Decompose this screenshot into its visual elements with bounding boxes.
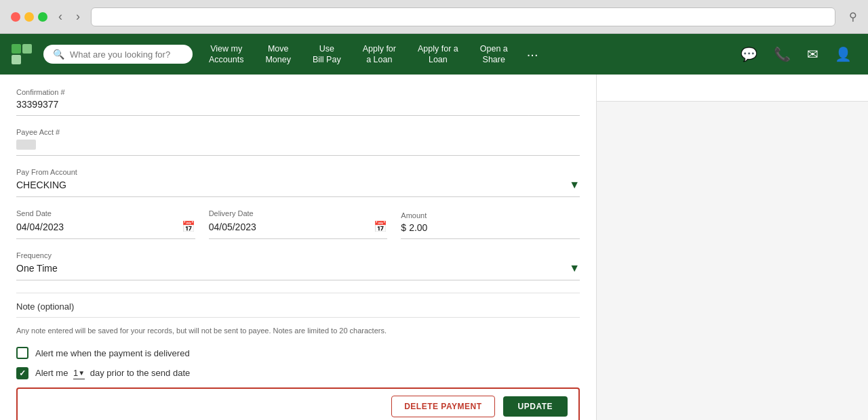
search-bar[interactable]: 🔍 [43,45,193,64]
traffic-light-green[interactable] [38,12,47,22]
nav-item-apply-loan[interactable]: Apply fora Loan [352,34,407,75]
nav-item-open-share[interactable]: Open aShare [469,34,519,75]
update-button[interactable]: UPDATE [503,396,568,417]
nav-items: View myAccounts MoveMoney UseBill Pay Ap… [198,34,735,75]
amount-value: 2.00 [409,222,427,233]
delivery-date-row: 04/05/2023 📅 [209,220,388,239]
nav-item-move-money[interactable]: MoveMoney [254,34,302,75]
payee-acct-blurred [16,140,36,150]
send-date-field: Send Date 04/04/2023 📅 [16,209,195,239]
pay-from-field[interactable]: Pay From Account CHECKING ▼ [16,168,580,197]
main-content: Confirmation # 33399377 Payee Acct # Pay… [0,75,868,420]
payee-acct-value [16,139,580,156]
email-icon[interactable]: ✉ [802,41,824,68]
payee-acct-field: Payee Acct # [16,128,580,156]
browser-chrome: ‹ › ⚲ [0,0,868,34]
frequency-label: Frequency [16,251,580,259]
nav-item-apply-loan2[interactable]: Apply for aLoan [407,34,469,75]
payee-acct-label: Payee Acct # [16,128,580,136]
delivery-date-label: Delivery Date [209,209,388,217]
note-section: Note (optional) Any note entered will be… [16,301,580,336]
svg-rect-1 [22,44,32,54]
traffic-light-red[interactable] [11,12,20,22]
reload-icon[interactable]: ⚲ [849,10,857,23]
phone-icon[interactable]: 📞 [768,41,796,68]
pay-from-label: Pay From Account [16,168,580,176]
back-button[interactable]: ‹ [56,7,65,26]
url-bar[interactable] [91,7,835,26]
note-divider [16,317,580,318]
frequency-select[interactable]: One Time ▼ [16,262,580,280]
pay-from-dropdown-arrow[interactable]: ▼ [569,179,580,191]
frequency-field[interactable]: Frequency One Time ▼ [16,251,580,280]
nav-item-bill-pay[interactable]: UseBill Pay [302,34,352,75]
alert2-checkbox-group[interactable]: Alert me 1 ▼ day prior to the send date [16,367,580,379]
svg-rect-0 [12,44,21,54]
svg-rect-2 [12,55,21,64]
top-navigation: 🔍 View myAccounts MoveMoney UseBill Pay … [0,34,868,75]
delivery-date-value: 04/05/2023 [209,222,256,232]
alert2-number-select[interactable]: 1 ▼ [73,368,85,379]
delivery-date-field: Delivery Date 04/05/2023 📅 [209,209,388,239]
amount-prefix: $ [401,222,406,233]
alert1-checkbox[interactable] [16,347,28,359]
confirmation-field: Confirmation # 33399377 [16,88,580,116]
logo-icon [11,43,33,65]
note-label: Note (optional) [16,301,580,312]
chat-icon[interactable]: 💬 [735,41,763,68]
send-date-calendar-icon[interactable]: 📅 [182,220,195,233]
date-amount-row: Send Date 04/04/2023 📅 Delivery Date 04/… [16,209,580,239]
traffic-light-yellow[interactable] [24,12,34,22]
delivery-date-calendar-icon[interactable]: 📅 [374,220,387,233]
amount-label: Amount [401,211,580,219]
user-icon[interactable]: 👤 [829,41,857,68]
alert2-arrow-icon: ▼ [78,369,85,377]
alert2-checkbox[interactable] [16,367,28,379]
delete-payment-button[interactable]: DELETE PAYMENT [391,396,494,417]
logo-area [11,43,33,65]
frequency-dropdown-arrow[interactable]: ▼ [569,262,580,274]
amount-display: $ 2.00 [401,222,580,239]
app-container: 🔍 View myAccounts MoveMoney UseBill Pay … [0,34,868,420]
pay-from-select[interactable]: CHECKING ▼ [16,179,580,197]
traffic-lights [11,12,47,22]
nav-right-icons: 💬 📞 ✉ 👤 [735,41,857,68]
send-date-row: 04/04/2023 📅 [16,220,195,239]
frequency-value: One Time [16,263,58,274]
alert1-checkbox-group[interactable]: Alert me when the payment is delivered [16,347,580,359]
pay-from-value: CHECKING [16,180,119,190]
search-icon: 🔍 [53,49,64,60]
right-panel-top [597,75,868,102]
confirmation-value: 33399377 [16,99,580,116]
note-hint: Any note entered will be saved for your … [16,326,580,336]
search-input[interactable] [70,49,183,60]
amount-field: Amount $ 2.00 [401,211,580,239]
divider-1 [16,293,580,293]
alert2-label: Alert me 1 ▼ day prior to the send date [35,368,190,379]
action-bar: DELETE PAYMENT UPDATE [16,387,580,420]
confirmation-label: Confirmation # [16,88,580,96]
right-panel [597,75,868,420]
form-panel: Confirmation # 33399377 Payee Acct # Pay… [0,75,597,420]
forward-button[interactable]: › [73,7,83,26]
send-date-label: Send Date [16,209,195,217]
nav-more-button[interactable]: ··· [519,47,547,62]
nav-item-view-accounts[interactable]: View myAccounts [198,34,254,75]
send-date-value: 04/04/2023 [16,222,64,232]
alert1-label: Alert me when the payment is delivered [35,348,190,358]
